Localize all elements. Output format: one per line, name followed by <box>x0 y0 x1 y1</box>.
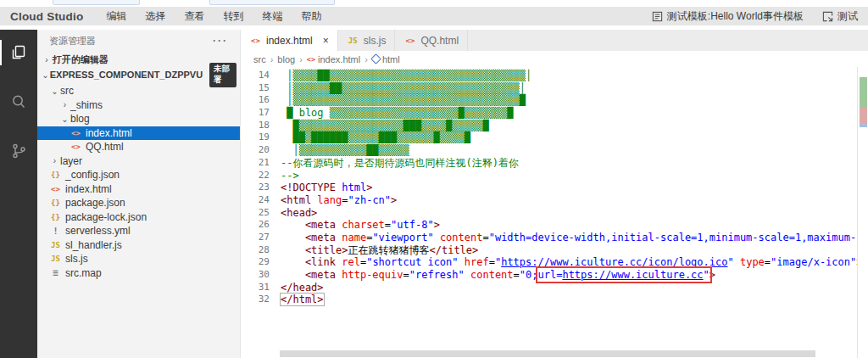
code-line[interactable]: 26 <meta charset="utf-8"> <box>241 219 868 232</box>
code-line[interactable]: 30 <meta http-equiv="refresh" content="0… <box>241 269 868 282</box>
code-token: 正在跳转猪猪博客 <box>348 244 429 256</box>
menu-item-终端[interactable]: 终端 <box>253 9 292 24</box>
code-line[interactable]: 16 │▒▒▒▒▒▒▒▒▒▒▒▒▒▒▒▒▒▒▒▒▒▒▒▒▒▒▒▒▒▒▒▒▒▒▒▒… <box>241 94 868 107</box>
tree-item-label: sl_handler.js <box>65 239 122 251</box>
code-line-content: │▒▒▒▒██▒▒▒▒▒▒▒▒▒▒▒▒▒▒▒▒▒▒▒▒▒▒▒▒▒▒▒▒▒▒▒▒│ <box>281 70 531 82</box>
code-token: "0; <box>520 269 538 281</box>
tree-item-index.html[interactable]: <>index.html <box>37 182 240 197</box>
code-line[interactable]: 18 █▒▒▒▒▒▒▒▒▒▒▒▒▒▒▒▒▒███▒▒▒▒█▒▒▒▒▒█ <box>241 120 868 132</box>
code-line[interactable]: 23<!DOCTYPE html> <box>241 182 868 194</box>
tab-label: index.html <box>266 35 313 47</box>
code-line[interactable]: 15 │▒▒▒▒▒▒██▒▒▒▒▒▒▒▒▒▒▒▒▒▒▒▒▒▒▒▒▒▒▒▒▒▒▒▒… <box>241 82 868 95</box>
breadcrumb-item-blog[interactable]: blog <box>277 54 295 64</box>
menu-item-选择[interactable]: 选择 <box>136 9 175 24</box>
html-file-icon: <> <box>249 36 262 45</box>
minimap-mark <box>860 108 867 123</box>
close-icon[interactable]: × <box>323 35 329 47</box>
line-number: 17 <box>241 107 270 120</box>
code-line[interactable]: 31</head> <box>241 282 868 294</box>
code-line[interactable]: 21--你看源码时，是否期待源码也同样注视(注释)着你 <box>241 157 868 170</box>
line-number: 28 <box>241 244 270 257</box>
code-token: │▒▒▒▒▒▒██▒▒▒▒▒▒▒▒▒▒▒▒▒▒▒▒▒▒▒▒▒▒▒▒▒▒▒▒▒│ <box>281 82 526 94</box>
tab-index.html[interactable]: <>index.html× <box>241 30 338 51</box>
code-token: " <box>704 269 709 281</box>
code-line[interactable]: 28 <title>正在跳转猪猪博客</title> <box>241 244 868 257</box>
project-section[interactable]: ⌄ EXPRESS_COMPONENT_DZPPVU 未部署 <box>37 67 240 82</box>
tab-sls.js[interactable]: JSsls.js <box>338 30 396 51</box>
tree-item-index.html[interactable]: <>index.html <box>37 126 240 141</box>
activitybar-search[interactable] <box>0 87 37 116</box>
code-editor[interactable]: 14 │▒▒▒▒██▒▒▒▒▒▒▒▒▒▒▒▒▒▒▒▒▒▒▒▒▒▒▒▒▒▒▒▒▒▒… <box>241 67 868 358</box>
line-number: 16 <box>241 94 270 107</box>
tree-item-_shims[interactable]: ›_shims <box>37 98 240 113</box>
bracket-match-box: </html> <box>281 294 324 305</box>
app-logo: Cloud Studio <box>10 10 83 23</box>
line-number: 29 <box>241 256 270 269</box>
code-token: "utf-8" <box>391 219 434 231</box>
tree-item-blog[interactable]: ⌄blog <box>37 112 240 126</box>
menu-item-查看[interactable]: 查看 <box>175 9 214 24</box>
deploy-status-badge: 未部署 <box>209 63 236 87</box>
symbol-element-icon <box>370 53 381 64</box>
explorer-header: 资源管理器 ··· <box>37 30 240 52</box>
chevron-down-icon: ⌄ <box>49 87 60 96</box>
code-line[interactable]: 32</html> <box>241 294 868 306</box>
code-line[interactable]: 20 │▒▒▒▒▒▒▒▒▒▒▒██▒▒▒▒▒ <box>241 144 868 157</box>
tree-item-sls.js[interactable]: JSsls.js <box>37 252 240 266</box>
code-line[interactable]: 27 <meta name="viewport" content="width=… <box>241 232 868 244</box>
code-line-content: █ blog ▒▒▒▒▒▒▒▒▒▒▒▒▒▒▒▒▒▒▒▒▒█▒▒▒▒▒▒▒█ <box>281 107 514 120</box>
test-button[interactable]: 测试 <box>822 9 858 24</box>
tab-QQ.html[interactable]: <>QQ.html <box>395 30 468 51</box>
activitybar-explorer[interactable] <box>0 38 37 67</box>
code-token: │▒▒▒▒▒▒▒▒▒▒▒▒▒▒▒▒▒▒▒▒▒▒▒▒▒▒▒▒▒▒▒▒▒▒▒▒▒█ <box>281 94 526 106</box>
line-number: 22 <box>241 170 270 182</box>
explorer-sidebar: 资源管理器 ··· › 打开的编辑器 ⌄ EXPRESS_COMPONENT_D… <box>37 30 240 358</box>
code-token: name <box>342 232 366 243</box>
code-line[interactable]: 25<head> <box>241 207 868 220</box>
code-token: https://www.iculture.cc/icon/logo.ico <box>501 256 727 268</box>
code-line[interactable]: 19 ██▒██████▒▒▒▒▒███▒▒▒▒▒▒█▒▒▒▒█ <box>241 131 868 144</box>
breadcrumb-item-src[interactable]: src <box>253 54 266 64</box>
menu-item-编辑[interactable]: 编辑 <box>97 9 136 24</box>
code-line[interactable]: 29 <link rel="shortcut icon" href="https… <box>241 256 868 269</box>
code-token: href <box>465 256 489 268</box>
horizontal-scrollbar[interactable] <box>280 350 815 357</box>
explorer-more-actions[interactable]: ··· <box>213 35 228 47</box>
breadcrumb: src›blog›<>index.html›html <box>241 51 868 67</box>
code-line[interactable]: 14 │▒▒▒▒██▒▒▒▒▒▒▒▒▒▒▒▒▒▒▒▒▒▒▒▒▒▒▒▒▒▒▒▒▒▒… <box>241 70 868 82</box>
code-token: > <box>391 194 397 206</box>
code-line[interactable]: 17 █ blog ▒▒▒▒▒▒▒▒▒▒▒▒▒▒▒▒▒▒▒▒▒█▒▒▒▒▒▒▒█ <box>241 107 868 120</box>
code-token: │▒▒▒▒██▒▒▒▒▒▒▒▒▒▒▒▒▒▒▒▒▒▒▒▒▒▒▒▒▒▒▒▒▒▒▒▒│ <box>281 70 531 81</box>
minimap[interactable] <box>857 67 868 358</box>
test-template-button[interactable]: 测试模板:Hello World事件模板 <box>652 9 804 24</box>
code-line[interactable]: 24<html lang="zh-cn"> <box>241 194 868 207</box>
tree-item-package-lock.json[interactable]: {}package-lock.json <box>37 210 240 225</box>
tree-item-serverless.yml[interactable]: !serverless.yml <box>37 224 240 238</box>
code-token: "viewport" <box>372 232 433 243</box>
breadcrumb-item-index.html[interactable]: <>index.html <box>307 54 360 64</box>
html-file-icon: <> <box>49 185 62 193</box>
tree-item-package.json[interactable]: {}package.json <box>37 196 240 210</box>
map-file-icon: ≡ <box>49 267 62 278</box>
tree-item-label: QQ.html <box>86 141 124 153</box>
tree-item-sl_handler.js[interactable]: JSsl_handler.js <box>37 238 240 253</box>
code-token: ██▒██████▒▒▒▒▒███▒▒▒▒▒▒█▒▒▒▒█ <box>281 131 470 143</box>
tree-item-_config.json[interactable]: {}_config.json <box>37 168 240 182</box>
file-tree: ⌄src›_shims⌄blog<>index.html<>QQ.html›la… <box>37 84 240 280</box>
breadcrumb-item-html[interactable]: html <box>372 54 400 64</box>
code-line[interactable]: 22--> <box>241 170 868 182</box>
tree-item-QQ.html[interactable]: <>QQ.html <box>37 140 240 154</box>
code-line-content: │▒▒▒▒▒▒██▒▒▒▒▒▒▒▒▒▒▒▒▒▒▒▒▒▒▒▒▒▒▒▒▒▒▒▒▒│ <box>281 82 526 95</box>
tree-item-layer[interactable]: ›layer <box>37 154 240 169</box>
menu-item-帮助[interactable]: 帮助 <box>292 9 331 24</box>
minimap-mark <box>860 123 867 127</box>
menu-item-转到[interactable]: 转到 <box>214 9 253 24</box>
search-icon <box>9 92 28 111</box>
code-token: █▒▒▒▒▒▒▒▒▒▒▒▒▒▒▒▒▒███▒▒▒▒█▒▒▒▒▒█ <box>281 120 489 131</box>
code-token: = <box>385 219 391 231</box>
code-token: "zh-cn" <box>348 194 392 206</box>
code-line-content: <title>正在跳转猪猪博客</title> <box>281 244 478 257</box>
tree-item-src.map[interactable]: ≡src.map <box>37 266 240 281</box>
activitybar-source-control[interactable] <box>0 137 37 165</box>
code-token <box>465 269 470 281</box>
